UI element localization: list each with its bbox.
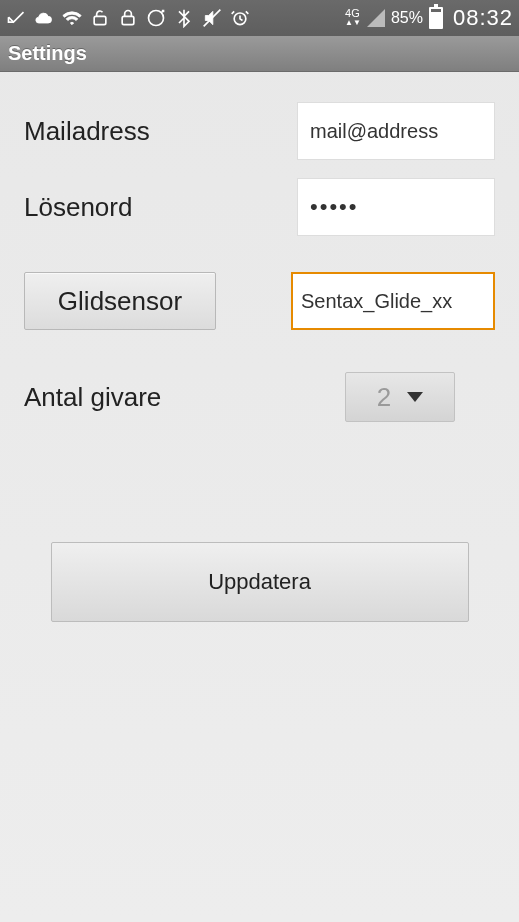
glidsensor-field[interactable]: Sentax_Glide_xx bbox=[291, 272, 495, 330]
givare-value: 2 bbox=[377, 382, 391, 413]
chevron-down-icon bbox=[407, 392, 423, 402]
password-label: Lösenord bbox=[24, 192, 297, 223]
update-button-label: Uppdatera bbox=[208, 569, 311, 595]
settings-form: Mailadress mail@address Lösenord ••••• G… bbox=[0, 72, 519, 642]
alarm-icon bbox=[230, 8, 250, 28]
clock: 08:32 bbox=[453, 5, 513, 31]
email-label: Mailadress bbox=[24, 116, 297, 147]
email-value: mail@address bbox=[310, 120, 438, 143]
svg-rect-0 bbox=[94, 16, 106, 24]
bluetooth-icon bbox=[174, 8, 194, 28]
page-title: Settings bbox=[8, 42, 87, 65]
lock-icon bbox=[118, 8, 138, 28]
status-bar: 4G▲▼ 85% 08:32 bbox=[0, 0, 519, 36]
glidsensor-button-label: Glidsensor bbox=[58, 286, 182, 317]
cloud-icon bbox=[34, 8, 54, 28]
givare-label: Antal givare bbox=[24, 382, 345, 413]
password-field[interactable]: ••••• bbox=[297, 178, 495, 236]
svg-rect-1 bbox=[122, 16, 134, 24]
password-value: ••••• bbox=[310, 194, 359, 220]
glidsensor-button[interactable]: Glidsensor bbox=[24, 272, 216, 330]
givare-spinner[interactable]: 2 bbox=[345, 372, 455, 422]
network-type: 4G▲▼ bbox=[345, 9, 361, 27]
signal-icon bbox=[367, 9, 385, 27]
volvo-icon bbox=[146, 8, 166, 28]
glidsensor-value: Sentax_Glide_xx bbox=[301, 290, 452, 313]
email-field[interactable]: mail@address bbox=[297, 102, 495, 160]
missed-call-icon bbox=[6, 8, 26, 28]
battery-icon bbox=[429, 7, 443, 29]
mute-icon bbox=[202, 8, 222, 28]
update-button[interactable]: Uppdatera bbox=[51, 542, 469, 622]
wifi-icon bbox=[62, 8, 82, 28]
app-bar: Settings bbox=[0, 36, 519, 72]
unlock-icon bbox=[90, 8, 110, 28]
battery-percent: 85% bbox=[391, 9, 423, 27]
